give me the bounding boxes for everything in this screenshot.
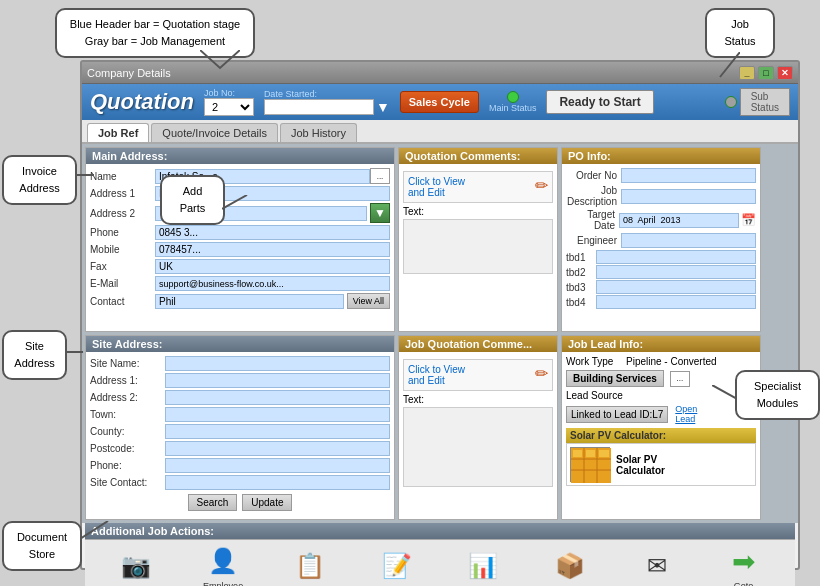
solar-pv-button[interactable]: Solar PV Calculator bbox=[616, 454, 665, 476]
header-info-text: Blue Header bar = Quotation stage Gray b… bbox=[70, 18, 240, 47]
engineer-input[interactable] bbox=[621, 233, 756, 248]
site-town-input[interactable] bbox=[165, 407, 390, 422]
email-input[interactable] bbox=[155, 276, 390, 291]
maximize-button[interactable]: □ bbox=[758, 66, 774, 80]
notepad-icon: 📝 bbox=[379, 548, 415, 584]
address2-label: Address 2 bbox=[90, 208, 155, 219]
job-comments-click-area[interactable]: Click to View and Edit ✏ bbox=[403, 359, 553, 391]
site-county-input[interactable] bbox=[165, 424, 390, 439]
target-date-input[interactable] bbox=[619, 213, 739, 228]
phone-label: Phone bbox=[90, 227, 155, 238]
contact-input[interactable] bbox=[155, 294, 344, 309]
solar-panel-icon bbox=[571, 448, 611, 483]
tab-job-history[interactable]: Job History bbox=[280, 123, 357, 142]
work-type-row: Work Type Pipeline - Converted bbox=[566, 356, 756, 367]
site-name-input[interactable] bbox=[165, 356, 390, 371]
employee-booking-label: Employee Booking bbox=[188, 581, 258, 586]
site-address2-input[interactable] bbox=[165, 390, 390, 405]
action-purchase-orders[interactable]: 📦 Purchase Orders bbox=[535, 548, 605, 586]
linked-lead-button[interactable]: Linked to Lead ID:L7 bbox=[566, 406, 668, 423]
building-services-button[interactable]: Building Services bbox=[566, 370, 664, 387]
solar-pv-content: Solar PV Calculator bbox=[566, 443, 756, 486]
tbd4-label: tbd4 bbox=[566, 297, 596, 308]
quotation-title: Quotation bbox=[90, 89, 194, 115]
tbd2-label: tbd2 bbox=[566, 267, 596, 278]
site-address2-row: Address 2: bbox=[90, 390, 390, 405]
site-postcode-input[interactable] bbox=[165, 441, 390, 456]
action-employee-booking[interactable]: 👤 Employee Booking bbox=[188, 543, 258, 586]
building-dots-button[interactable]: ... bbox=[670, 371, 690, 387]
phone-input[interactable] bbox=[155, 225, 390, 240]
job-desc-label: Job Description bbox=[566, 185, 621, 207]
fax-input[interactable] bbox=[155, 259, 390, 274]
comments-click-text: Click to View and Edit bbox=[408, 176, 465, 198]
job-comments-click-text: Click to View and Edit bbox=[408, 364, 465, 386]
search-button[interactable]: Search bbox=[188, 494, 238, 511]
date-dropdown-icon[interactable]: ▼ bbox=[376, 99, 390, 115]
action-goto-invoice[interactable]: ➡ GotoInvoice bbox=[709, 543, 779, 586]
tabs-area: Job Ref Quote/Invoice Details Job Histor… bbox=[82, 120, 798, 144]
site-address-text: Site Address bbox=[14, 340, 54, 369]
site-phone-input[interactable] bbox=[165, 458, 390, 473]
date-started-field: Date Started: 08 April 2013 ▼ bbox=[264, 89, 390, 115]
action-icons-bar: 📷 Document Store 👤 Employee Booking 📋 Do… bbox=[85, 539, 795, 586]
pencil-icon: ✏ bbox=[535, 176, 548, 195]
target-date-calendar-icon[interactable]: 📅 bbox=[741, 213, 756, 227]
comments-click-area[interactable]: Click to View and Edit ✏ bbox=[403, 171, 553, 203]
title-bar-buttons: _ □ ✕ bbox=[739, 66, 793, 80]
tbd3-row: tbd3 bbox=[566, 280, 756, 294]
doc-store-arrow bbox=[80, 521, 110, 541]
ready-status: Ready to Start bbox=[546, 90, 653, 114]
site-name-label: Site Name: bbox=[90, 358, 165, 369]
job-text-label: Text: bbox=[403, 394, 553, 405]
name-dots-button[interactable]: ... bbox=[370, 168, 390, 184]
main-window: Company Details _ □ ✕ Quotation Job No: … bbox=[80, 60, 800, 570]
site-town-row: Town: bbox=[90, 407, 390, 422]
sub-status-area: Sub Status bbox=[725, 88, 790, 116]
window-content: Quotation Job No: 2 Date Started: 08 Apr… bbox=[82, 84, 798, 586]
site-address-tooltip: Site Address bbox=[2, 330, 67, 380]
solar-pv-image bbox=[570, 447, 610, 482]
job-no-input[interactable]: 2 bbox=[204, 98, 254, 116]
site-address-panel: Site Address: Site Name: Address 1: Addr… bbox=[85, 335, 395, 520]
action-note-pad[interactable]: 📝 Note Pad bbox=[362, 548, 432, 586]
action-document-mgt[interactable]: 📋 Document Mgt bbox=[275, 548, 345, 586]
sub-status-box: Sub Status bbox=[740, 88, 790, 116]
address1-label: Address 1 bbox=[90, 188, 155, 199]
action-task-manager[interactable]: 📊 Task Manager bbox=[448, 548, 518, 586]
tbd2-input[interactable] bbox=[596, 265, 756, 279]
mobile-input[interactable] bbox=[155, 242, 390, 257]
goto-invoice-label: GotoInvoice bbox=[729, 581, 758, 586]
job-comments-textarea[interactable] bbox=[403, 407, 553, 487]
form-row-email: E-Mail bbox=[90, 276, 390, 291]
site-contact-input[interactable] bbox=[165, 475, 390, 490]
minimize-button[interactable]: _ bbox=[739, 66, 755, 80]
tab-quote-invoice[interactable]: Quote/Invoice Details bbox=[151, 123, 278, 142]
view-all-button[interactable]: View All bbox=[347, 293, 390, 309]
sales-cycle-button[interactable]: Sales Cycle bbox=[400, 91, 479, 113]
comments-textarea[interactable] bbox=[403, 219, 553, 274]
site-address-header: Site Address: bbox=[86, 336, 394, 352]
date-started-input[interactable]: 08 April 2013 bbox=[264, 99, 374, 115]
tab-job-ref[interactable]: Job Ref bbox=[87, 123, 149, 142]
tbd1-input[interactable] bbox=[596, 250, 756, 264]
tbd4-input[interactable] bbox=[596, 295, 756, 309]
update-button[interactable]: Update bbox=[242, 494, 292, 511]
action-document-store[interactable]: 📷 Document Store bbox=[101, 548, 171, 586]
order-no-input[interactable] bbox=[621, 168, 756, 183]
site-address1-input[interactable] bbox=[165, 373, 390, 388]
document-store-tooltip-text: Document Store bbox=[17, 531, 67, 560]
tbd1-row: tbd1 bbox=[566, 250, 756, 264]
tbd3-input[interactable] bbox=[596, 280, 756, 294]
job-lead-panel: Job Lead Info: Work Type Pipeline - Conv… bbox=[561, 335, 761, 520]
add-parts-button[interactable]: ▼ bbox=[370, 203, 390, 223]
open-lead-link[interactable]: Open Lead bbox=[675, 404, 697, 424]
job-desc-input[interactable] bbox=[621, 189, 756, 204]
quotation-comments-panel: Quotation Comments: Click to View and Ed… bbox=[398, 147, 558, 332]
add-parts-area: ▼ bbox=[370, 203, 390, 223]
additional-actions-header: Additional Job Actions: bbox=[85, 523, 795, 539]
action-email[interactable]: ✉ Email bbox=[622, 548, 692, 586]
site-name-row: Site Name: bbox=[90, 356, 390, 371]
svg-rect-5 bbox=[573, 450, 582, 457]
close-button[interactable]: ✕ bbox=[777, 66, 793, 80]
